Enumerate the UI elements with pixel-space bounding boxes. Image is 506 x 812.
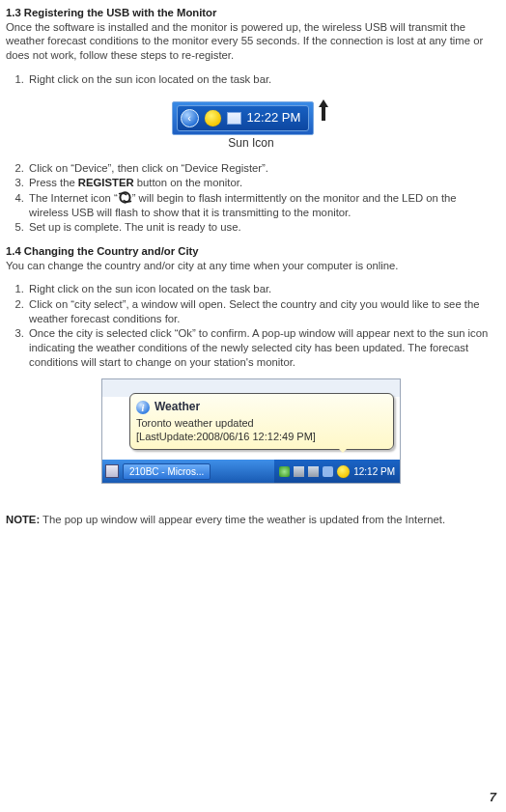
tray-icon <box>294 466 304 477</box>
tray-icon <box>279 466 290 477</box>
balloon-line: Toronto weather updated <box>136 417 254 429</box>
heading-1-3: 1.3 Registering the USB with the Monitor <box>6 7 216 18</box>
notification-balloon: i Weather Toronto weather updated [LastU… <box>129 393 394 450</box>
tray-icon <box>308 466 319 477</box>
figure-taskbar-sun: ‹ 12:22 PM Sun Icon <box>6 96 496 151</box>
list-item: Once the city is selected click “Ok” to … <box>27 326 496 369</box>
intro-paragraph: Once the software is installed and the m… <box>6 20 496 63</box>
balloon-body: Toronto weather updated [LastUpdate:2008… <box>136 417 385 444</box>
balloon-line: [LastUpdate:2008/06/16 12:12:49 PM] <box>136 431 316 442</box>
tray-icon <box>323 466 333 477</box>
page-number: 7 <box>490 790 496 806</box>
app-icon <box>105 464 119 478</box>
register-label: REGISTER <box>78 177 134 188</box>
intro-paragraph-2: You can change the country and/or city a… <box>6 259 496 273</box>
taskbar-tray-outer: ‹ 12:22 PM <box>172 101 315 135</box>
sun-icon <box>337 465 350 478</box>
section-heading: 1.4 Changing the Country and/or City <box>6 244 496 259</box>
taskbar-left: 210BC - Micros... <box>102 463 211 480</box>
note-paragraph: NOTE: The pop up window will appear ever… <box>6 513 496 527</box>
internet-icon <box>118 191 132 204</box>
list-item: The Internet icon “” will begin to flash… <box>27 191 496 219</box>
taskbar-right: 12:12 PM <box>274 460 400 483</box>
list-item: Set up is complete. The unit is ready to… <box>27 220 496 235</box>
text-fragment: button on the monitor. <box>134 177 242 188</box>
steps-list-a: Right click on the sun icon located on t… <box>6 72 496 87</box>
info-icon: i <box>136 401 150 414</box>
balloon-title: Weather <box>155 400 200 415</box>
steps-list-b: Click on “Device”, then click on “Device… <box>6 161 496 235</box>
list-item: Click on “city select”, a window will op… <box>27 297 496 325</box>
taskbar-tray: ‹ 12:22 PM <box>177 105 310 131</box>
note-label: NOTE: <box>6 514 40 525</box>
text-fragment: The Internet icon “ <box>29 192 118 204</box>
tray-clock: 12:22 PM <box>247 110 301 126</box>
chevron-left-icon: ‹ <box>181 109 199 127</box>
heading-1-4: 1.4 Changing the Country and/or City <box>6 245 199 257</box>
taskbar: 210BC - Micros... 12:12 PM <box>102 460 400 483</box>
figure-popup: i Weather Toronto weather updated [LastU… <box>6 378 496 484</box>
sun-icon <box>205 110 221 126</box>
tray-app-icon <box>227 112 241 125</box>
desktop-snippet: i Weather Toronto weather updated [LastU… <box>101 378 401 484</box>
note-text: The pop up window will appear every time… <box>40 514 445 525</box>
taskbar-task: 210BC - Micros... <box>123 463 211 480</box>
list-item: Right click on the sun icon located on t… <box>27 72 496 87</box>
balloon-title-row: i Weather <box>136 400 385 415</box>
list-item: Right click on the sun icon located on t… <box>27 282 496 296</box>
figure-caption: Sun Icon <box>6 136 496 152</box>
arrow-up-icon <box>317 98 330 122</box>
tray-clock: 12:12 PM <box>353 465 395 478</box>
steps-list-c: Right click on the sun icon located on t… <box>6 282 496 369</box>
list-item: Click on “Device”, then click on “Device… <box>27 161 496 176</box>
list-item: Press the REGISTER button on the monitor… <box>27 176 496 190</box>
text-fragment: Press the <box>29 177 78 188</box>
section-heading: 1.3 Registering the USB with the Monitor <box>6 6 496 20</box>
